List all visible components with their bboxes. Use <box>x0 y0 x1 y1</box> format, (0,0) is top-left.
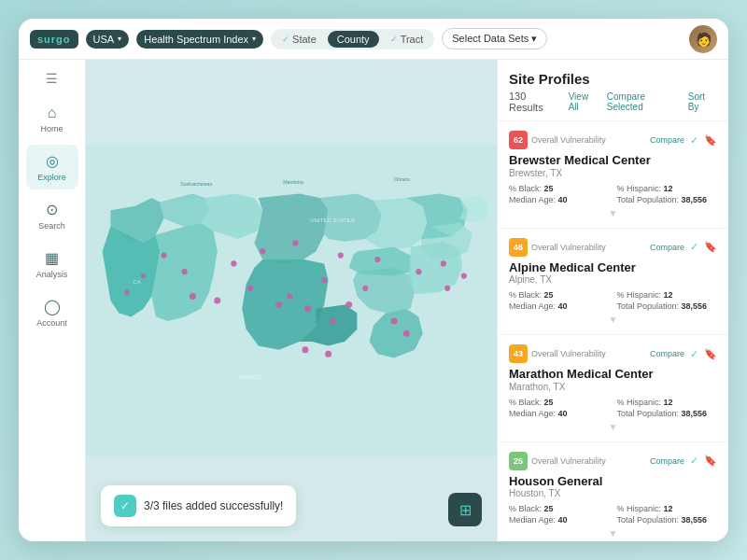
sort-by-btn[interactable]: Sort By <box>688 91 717 112</box>
svg-point-11 <box>403 330 410 337</box>
compare-btn-2[interactable]: Compare <box>650 349 684 358</box>
card-expand-1[interactable]: ▼ <box>509 315 717 325</box>
check-icon-card-1[interactable]: ✓ <box>690 241 698 253</box>
tab-tract-label: Tract <box>401 34 424 45</box>
profile-name-3: Houson General <box>509 474 717 489</box>
compare-btn-1[interactable]: Compare <box>650 243 684 252</box>
stat-hispanic-3: % Hispanic: 12 <box>617 504 718 513</box>
svg-point-23 <box>444 286 450 291</box>
svg-point-16 <box>292 240 298 245</box>
stat-black-3: % Black: 25 <box>509 504 610 513</box>
toast-notification: ✓ 3/3 files added successfully! <box>101 485 296 526</box>
card-expand-2[interactable]: ▼ <box>509 422 717 432</box>
stat-pop-3: Total Population: 38,556 <box>617 515 718 525</box>
check-icon: ✓ <box>282 35 289 44</box>
svg-text:Saskatchewan: Saskatchewan <box>180 181 212 187</box>
card-expand-3[interactable]: ▼ <box>509 528 717 539</box>
tab-county[interactable]: County <box>328 31 379 48</box>
stat-age-0: Median Age: 40 <box>509 195 610 204</box>
svg-point-24 <box>461 273 467 279</box>
tab-county-label: County <box>337 34 370 45</box>
bookmark-icon-2[interactable]: 🔖 <box>704 348 717 360</box>
svg-point-4 <box>275 301 282 308</box>
grid-icon: ⊞ <box>459 501 472 519</box>
stat-pop-0: Total Population: 38,556 <box>617 195 718 204</box>
sidebar-item-explore[interactable]: ◎ Explore <box>26 145 78 189</box>
sidebar-item-account[interactable]: ◯ Account <box>26 290 78 335</box>
svg-point-26 <box>302 346 308 353</box>
compare-btn-3[interactable]: Compare <box>650 456 684 466</box>
avatar[interactable]: 🧑 <box>689 25 717 53</box>
bookmark-icon-1[interactable]: 🔖 <box>704 241 717 253</box>
svg-point-6 <box>304 305 311 312</box>
profile-card-3[interactable]: 25 Overall Vulnerability Compare ✓ 🔖 Hou… <box>498 442 728 541</box>
sidebar-search-label: Search <box>38 221 65 231</box>
profile-card-0[interactable]: 62 Overall Vulnerability Compare ✓ 🔖 Bre… <box>498 121 728 229</box>
svg-text:Manitoba: Manitoba <box>283 179 303 185</box>
svg-point-12 <box>182 269 188 274</box>
tab-tract[interactable]: ✓ Tract <box>381 31 433 48</box>
svg-point-7 <box>330 318 335 324</box>
stat-age-1: Median Age: 40 <box>509 301 610 311</box>
logo: surgo <box>30 30 78 49</box>
svg-text:UNITED STATES: UNITED STATES <box>310 217 355 223</box>
account-icon: ◯ <box>44 298 61 315</box>
site-profiles-panel: Site Profiles 130 Results View All Compa… <box>497 60 728 541</box>
svg-point-21 <box>124 290 129 295</box>
sidebar-item-home[interactable]: ⌂ Home <box>26 97 78 141</box>
svg-point-2 <box>214 297 220 303</box>
card-expand-0[interactable]: ▼ <box>509 208 717 218</box>
profile-card-2[interactable]: 43 Overall Vulnerability Compare ✓ 🔖 Mar… <box>498 335 728 442</box>
region-label: USA <box>93 34 115 45</box>
svg-point-13 <box>162 253 167 259</box>
compare-btn-0[interactable]: Compare <box>650 135 684 145</box>
vuln-score-1: 46 <box>509 238 528 257</box>
vulnerability-badge-3: 25 Overall Vulnerability <box>509 452 606 470</box>
profile-name-2: Marathon Medical Center <box>509 367 717 382</box>
stat-pop-1: Total Population: 38,556 <box>617 301 718 311</box>
stat-pop-2: Total Population: 38,556 <box>617 409 718 418</box>
profile-location-0: Brewster, TX <box>509 168 717 178</box>
stat-black-0: % Black: 25 <box>509 184 610 193</box>
chevron-down-icon: ▾ <box>118 35 121 43</box>
stat-black-1: % Black: 25 <box>509 290 610 300</box>
profile-location-1: Alpine, TX <box>509 274 717 285</box>
vulnerability-badge-0: 62 Overall Vulnerability <box>509 131 606 149</box>
sidebar-item-search[interactable]: ⊙ Search <box>26 193 78 238</box>
view-all-btn[interactable]: View All <box>569 91 599 112</box>
check-icon-card-3[interactable]: ✓ <box>690 455 698 467</box>
grid-view-btn[interactable]: ⊞ <box>448 493 482 526</box>
toast-message: 3/3 files added successfully! <box>144 499 283 512</box>
stat-hispanic-2: % Hispanic: 12 <box>617 398 718 407</box>
svg-point-22 <box>141 273 146 278</box>
tab-state[interactable]: ✓ State <box>273 31 326 48</box>
svg-point-3 <box>247 286 253 291</box>
sidebar-account-label: Account <box>36 318 67 328</box>
svg-point-20 <box>441 260 446 266</box>
profile-card-1[interactable]: 46 Overall Vulnerability Compare ✓ 🔖 Alp… <box>498 229 728 336</box>
profiles-title: Site Profiles <box>509 71 717 87</box>
stat-black-2: % Black: 25 <box>509 398 610 407</box>
sidebar-analysis-label: Analysis <box>36 270 68 279</box>
vuln-score-0: 62 <box>509 131 528 149</box>
health-index-filter-btn[interactable]: Health Spectrum Index ▾ <box>136 30 263 49</box>
menu-icon[interactable]: ☰ <box>46 71 58 86</box>
vuln-score-3: 25 <box>509 452 528 470</box>
check-icon-card-2[interactable]: ✓ <box>690 348 698 360</box>
compare-selected-btn[interactable]: Compare Selected <box>607 91 681 112</box>
stat-age-2: Median Age: 40 <box>509 409 610 418</box>
sidebar-item-analysis[interactable]: ▦ Analysis <box>26 242 78 287</box>
bookmark-icon-3[interactable]: 🔖 <box>704 455 717 467</box>
region-filter-btn[interactable]: USA ▾ <box>86 30 130 49</box>
select-data-btn[interactable]: Select Data Sets ▾ <box>442 28 547 49</box>
svg-point-27 <box>325 351 331 357</box>
stat-hispanic-1: % Hispanic: 12 <box>617 290 718 300</box>
map-area[interactable]: CA MEXICO UNITED STATES Saskatchewan Man… <box>86 60 497 541</box>
explore-icon: ◎ <box>46 152 59 170</box>
bookmark-icon-0[interactable]: 🔖 <box>704 134 717 147</box>
check-icon-card-0[interactable]: ✓ <box>690 134 698 147</box>
profiles-actions: View All Compare Selected Sort By <box>569 91 717 112</box>
logo-text: surgo <box>37 34 71 45</box>
svg-point-15 <box>260 248 265 254</box>
us-map: CA MEXICO UNITED STATES Saskatchewan Man… <box>86 60 497 541</box>
